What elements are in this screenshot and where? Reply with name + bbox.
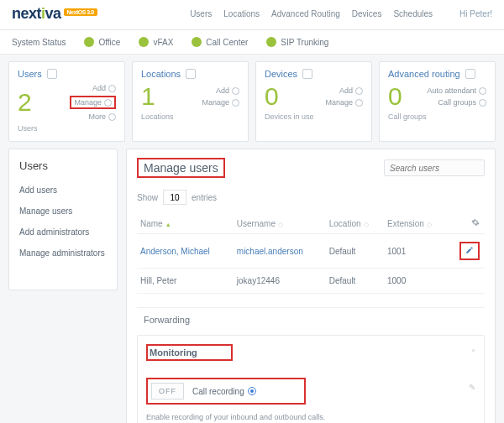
row-extension: 1000 xyxy=(384,269,449,294)
card-users-more[interactable]: More xyxy=(88,112,116,121)
devices-icon xyxy=(302,69,312,79)
table-row: Anderson, Michael michael.anderson Defau… xyxy=(137,234,485,269)
nav-schedules[interactable]: Schedules xyxy=(393,9,433,18)
card-devices-manage[interactable]: Manage xyxy=(325,98,363,107)
call-recording-toggle-row: OFF Call recording xyxy=(146,378,306,405)
sec-sip-trunking[interactable]: SIP Trunking xyxy=(266,37,328,47)
radio-selected-icon xyxy=(248,387,256,395)
monitoring-title: Monitoring xyxy=(146,344,233,361)
row-location: Default xyxy=(326,269,384,294)
user-greeting[interactable]: Hi Peter! xyxy=(459,9,492,18)
col-username[interactable]: Username◇ xyxy=(234,213,326,234)
routing-icon xyxy=(465,69,475,79)
card-devices-count: 0 xyxy=(265,84,279,109)
sidemenu-add-admins[interactable]: Add administrators xyxy=(19,227,107,237)
plus-icon xyxy=(355,87,363,95)
card-locations: Locations 1 Add Manage Locations xyxy=(132,61,249,142)
sec-vfax[interactable]: vFAX xyxy=(139,37,173,47)
cg-icon xyxy=(479,99,486,107)
nav-devices[interactable]: Devices xyxy=(352,9,382,18)
card-advrouting-title: Advanced routing xyxy=(388,69,460,79)
card-users-sub: Users xyxy=(18,124,116,133)
top-bar: nextiva NextOS 3.0 Users Locations Advan… xyxy=(0,0,504,30)
card-devices-sub: Devices in use xyxy=(265,112,363,121)
office-icon xyxy=(84,37,94,47)
card-advrouting-count: 0 xyxy=(388,84,402,109)
card-devices-add[interactable]: Add xyxy=(339,86,363,95)
col-location[interactable]: Location◇ xyxy=(326,213,384,234)
brand-logo: nextiva NextOS 3.0 xyxy=(12,5,97,23)
manage-icon xyxy=(232,99,239,107)
row-username[interactable]: michael.anderson xyxy=(234,234,326,269)
row-username[interactable]: jokay12446 xyxy=(234,269,326,294)
card-advrouting-cg[interactable]: Call groups xyxy=(438,98,486,107)
card-advrouting-sub: Call groups xyxy=(388,112,486,121)
col-name[interactable]: Name xyxy=(137,213,234,234)
call-recording-option[interactable]: Call recording xyxy=(192,387,256,396)
entries-control: Show entries xyxy=(137,190,485,205)
card-users-manage[interactable]: Manage xyxy=(70,96,116,109)
manage-icon xyxy=(104,99,112,107)
card-locations-manage[interactable]: Manage xyxy=(202,98,239,107)
sec-call-center[interactable]: Call Center xyxy=(192,37,248,47)
entries-input[interactable] xyxy=(163,190,186,205)
users-icon xyxy=(47,69,57,79)
nav-locations[interactable]: Locations xyxy=(223,9,260,18)
card-users: Users 2 Add Manage More Users xyxy=(8,61,125,142)
brand-tag: NextOS 3.0 xyxy=(64,8,97,16)
brand-suffix: va xyxy=(45,5,61,23)
row-edit-highlight xyxy=(459,242,480,260)
gear-icon xyxy=(471,218,480,227)
sec-office[interactable]: Office xyxy=(84,37,120,47)
sip-icon xyxy=(266,37,276,47)
vfax-icon xyxy=(139,37,149,47)
card-devices-title: Devices xyxy=(265,69,297,79)
nav-advanced-routing[interactable]: Advanced Routing xyxy=(271,9,340,18)
card-advanced-routing: Advanced routing 0 Auto attendant Call g… xyxy=(379,61,496,142)
summary-cards: Users 2 Add Manage More Users Locations … xyxy=(0,55,504,149)
main-panel: Manage users Show entries Name Username◇… xyxy=(126,149,496,423)
plus-icon xyxy=(232,87,239,95)
sidemenu-manage-admins[interactable]: Manage administrators xyxy=(19,248,107,258)
col-settings xyxy=(449,213,485,234)
card-locations-title: Locations xyxy=(141,69,181,79)
card-users-title: Users xyxy=(18,69,42,79)
row-name[interactable]: Anderson, Michael xyxy=(137,234,234,269)
card-devices: Devices 0 Add Manage Devices in use xyxy=(255,61,372,142)
card-locations-count: 1 xyxy=(141,84,155,109)
row-name[interactable]: Hill, Peter xyxy=(137,269,234,294)
row-location: Default xyxy=(326,234,384,269)
card-locations-sub: Locations xyxy=(141,112,239,121)
secondary-nav: System Status Office vFAX Call Center SI… xyxy=(0,30,504,55)
sidemenu-add-users[interactable]: Add users xyxy=(19,185,107,195)
more-icon xyxy=(108,113,116,121)
card-users-count: 2 xyxy=(18,90,32,115)
forwarding-section[interactable]: Forwarding xyxy=(137,307,485,332)
collapse-icon[interactable]: ˄ xyxy=(471,348,475,358)
edit-monitoring-icon[interactable]: ✎ xyxy=(469,383,475,392)
aa-icon xyxy=(479,87,486,95)
brand-prefix: next xyxy=(12,5,41,23)
entries-label: entries xyxy=(192,193,217,202)
search-input[interactable] xyxy=(384,159,485,176)
monitoring-desc: Enable recording of your inbound and out… xyxy=(146,413,475,421)
table-row: Hill, Peter jokay12446 Default 1000 xyxy=(137,269,485,294)
show-label: Show xyxy=(137,193,158,202)
card-locations-add[interactable]: Add xyxy=(216,86,239,95)
toggle-off-button[interactable]: OFF xyxy=(151,383,184,400)
sidemenu-manage-users[interactable]: Manage users xyxy=(19,206,107,216)
nav-users[interactable]: Users xyxy=(190,9,212,18)
row-extension: 1001 xyxy=(384,234,449,269)
call-center-icon xyxy=(192,37,202,47)
page-title: Manage users xyxy=(137,158,225,178)
manage-icon xyxy=(355,99,363,107)
sec-system-status[interactable]: System Status xyxy=(12,37,66,47)
card-users-add[interactable]: Add xyxy=(92,84,116,92)
col-extension[interactable]: Extension◇ xyxy=(384,213,449,234)
locations-icon xyxy=(186,69,196,79)
sidemenu-heading: Users xyxy=(19,159,107,172)
top-nav: Users Locations Advanced Routing Devices… xyxy=(190,9,492,18)
edit-icon[interactable] xyxy=(465,246,474,254)
card-advrouting-aa[interactable]: Auto attendant xyxy=(427,86,486,95)
plus-icon xyxy=(108,85,116,92)
